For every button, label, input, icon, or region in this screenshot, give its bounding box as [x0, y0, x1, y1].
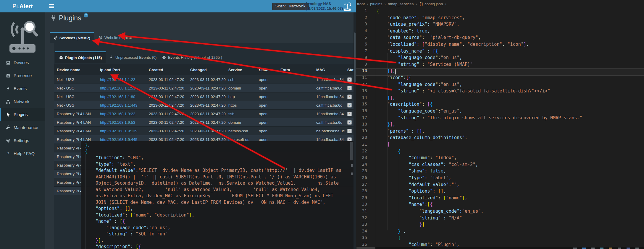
column-header-extra[interactable]: Extra: [278, 68, 314, 72]
table-cell: 2023-03-11 02:47:20: [146, 86, 188, 90]
line-number: 15: [356, 102, 367, 106]
overlay-scrollbar-thumb[interactable]: [350, 142, 353, 160]
line-number: 12: [356, 82, 367, 87]
tab-events-history-50-out-of-1265[interactable]: Events History (50 out of 1265 ): [158, 51, 226, 63]
table-row[interactable]: Net - USGhttp://192.168.1.1:532023-03-11…: [54, 84, 354, 92]
tab-services-nmap[interactable]: Services (NMAP): [50, 32, 94, 43]
table-row[interactable]: Raspberry Pi 4 LANhttp://192.168.1.9:532…: [54, 118, 354, 126]
code-text: "column": "Index",: [377, 155, 457, 160]
calendar-icon: [5, 74, 11, 78]
sidebar-item-settings[interactable]: Settings: [0, 134, 45, 147]
breadcrumb-item-plugins[interactable]: plugins: [370, 2, 382, 6]
breadcrumb-item-config-json[interactable]: {}config.json: [419, 2, 443, 6]
table-row[interactable]: Raspberry Pi 4 LANhttp://192.168.1.9:139…: [54, 126, 354, 135]
row-checkbox[interactable]: ✓: [347, 112, 352, 116]
row-checkbox[interactable]: ✓: [347, 95, 352, 99]
tab-label: Website monitor: [104, 35, 132, 40]
overlay-scroll-mark: [351, 164, 353, 167]
code-text: "description": [{: [377, 102, 433, 107]
ip-link[interactable]: http://192.168.1.1:80: [97, 95, 146, 99]
row-checkbox[interactable]: ✓: [347, 77, 352, 82]
row-checkbox[interactable]: ✓: [347, 120, 352, 125]
code-text: "display_name" : [{: [377, 48, 438, 54]
table-cell: 1f:ba:ff:ca:ba:34: [314, 95, 345, 99]
sidebar-item-devices[interactable]: Devices: [0, 56, 45, 69]
table-cell: Raspberry Pi 4 LAN: [54, 129, 97, 133]
breadcrumb-item-[interactable]: ...: [448, 2, 452, 6]
ip-link[interactable]: http://192.168.1.1:443: [97, 103, 146, 108]
ip-link[interactable]: http://192.168.1.1:22: [97, 77, 146, 82]
column-header-changed[interactable]: Changed: [188, 68, 226, 72]
breadcrumb-label: front: [357, 2, 365, 6]
code-text: "type": "label",: [377, 175, 451, 180]
row-checkbox[interactable]: ✓: [347, 129, 352, 133]
sidebar-item-presence[interactable]: Presence: [0, 69, 45, 82]
table-cell: 2023-03-11 02:47:20: [188, 112, 226, 116]
ip-link[interactable]: http://192.168.1.9:53: [97, 120, 146, 125]
ip-link[interactable]: http://192.168.1.9:22: [97, 112, 146, 116]
code-text: "name":[{: [377, 202, 433, 207]
column-header-state[interactable]: State: [256, 68, 278, 72]
sidebar-item-events[interactable]: Events: [0, 82, 45, 95]
bolt-icon: [5, 87, 11, 91]
taskbar-speck: [609, 248, 612, 249]
table-row[interactable]: Net - USGhttp://192.168.1.1:802023-03-11…: [54, 92, 354, 101]
code-text: "options": [],: [377, 188, 446, 194]
tab-website-monitor[interactable]: Website monitor: [95, 32, 136, 43]
code-line: {: [85, 149, 88, 154]
table-cell: 2023-03-11 02:47:20: [188, 103, 226, 108]
ip-link[interactable]: http://192.168.1.9:139: [97, 129, 146, 133]
column-header-stat[interactable]: Stat: [345, 68, 354, 72]
column-header-created[interactable]: Created: [146, 68, 188, 72]
table-row[interactable]: Raspberry Pi 4 LANhttp://192.168.1.9:222…: [54, 109, 354, 118]
taskbar-speck: [627, 248, 630, 249]
code-text: "string" : "Services (NMAP)": [377, 62, 473, 67]
host-info: Synology-NAS (11/03/2023, 15:46:07): [305, 1, 347, 11]
line-number: 34: [356, 229, 367, 233]
table-cell: Net - USG: [54, 103, 97, 108]
editor-hscroll-thumb[interactable]: [356, 247, 375, 249]
column-header-mac[interactable]: MAC: [314, 68, 345, 72]
sidebar-item-plugins[interactable]: Plugins: [0, 108, 45, 121]
table-row[interactable]: Net - USGhttp://192.168.1.1:4432023-03-1…: [54, 101, 354, 109]
tab-unprocessed-events-0[interactable]: Unprocessed Events (0): [105, 51, 160, 63]
plug-icon: [5, 113, 11, 117]
table-cell: 2023-03-11 02:47:20: [146, 120, 188, 125]
breadcrumb-item-nmap-services[interactable]: nmap_services: [388, 2, 414, 6]
row-checkbox[interactable]: ✓: [347, 103, 352, 108]
code-text: "unique_prefix": "NMAPSRV",: [377, 22, 459, 27]
column-header-device-name[interactable]: Device name: [54, 68, 97, 72]
table-cell: http: [226, 95, 256, 99]
table-cell: open: [256, 120, 278, 125]
help-badge[interactable]: ?: [84, 13, 88, 17]
code-text: "string" : "<i class=\"fa-solid fa-satel…: [377, 88, 550, 94]
row-checkbox[interactable]: ✓: [347, 86, 352, 90]
menu-toggle-button[interactable]: [49, 4, 54, 9]
column-header-ip-and-port[interactable]: Ip and Port: [97, 68, 146, 72]
table-cell: ✓: [345, 77, 354, 82]
line-number: 19: [356, 128, 367, 133]
line-number: 35: [356, 235, 367, 240]
content-scrollbar-thumb[interactable]: [354, 32, 356, 83]
json-file-icon: {}: [419, 2, 423, 6]
code-text: "code_name": "nmap_services",: [377, 15, 465, 20]
config-code-overlay[interactable]: },{ "function": "CMD", "type": "text", "…: [81, 141, 354, 249]
sidebar-item-maintenance[interactable]: Maintenance: [0, 121, 45, 134]
tab-plugin-objects-115[interactable]: Plugin Objects (115): [55, 51, 106, 63]
code-text: }]: [377, 222, 425, 227]
table-cell: https: [226, 103, 256, 108]
table-row[interactable]: Net - USGhttp://192.168.1.1:222023-03-11…: [54, 75, 354, 84]
table-cell: 2023-03-11 02:47:20: [188, 86, 226, 90]
brand-logo[interactable]: Pi.Alert: [0, 0, 45, 12]
tab-label: Events History (50 out of 1265 ): [168, 55, 222, 60]
tab-label: Unprocessed Events (0): [115, 55, 156, 60]
bolt-icon: [109, 55, 113, 59]
line-number: 22: [356, 149, 367, 153]
sidebar-item-network[interactable]: Network: [0, 95, 45, 108]
code-text: "language_code":"en_us",: [377, 108, 462, 114]
sidebar-item-help-faq[interactable]: ?Help / FAQ: [0, 147, 45, 160]
ip-link[interactable]: http://192.168.1.1:53: [97, 86, 146, 90]
breadcrumb-item-front[interactable]: front: [357, 2, 365, 6]
line-number: 26: [356, 175, 367, 180]
column-header-service[interactable]: Service: [226, 68, 256, 72]
